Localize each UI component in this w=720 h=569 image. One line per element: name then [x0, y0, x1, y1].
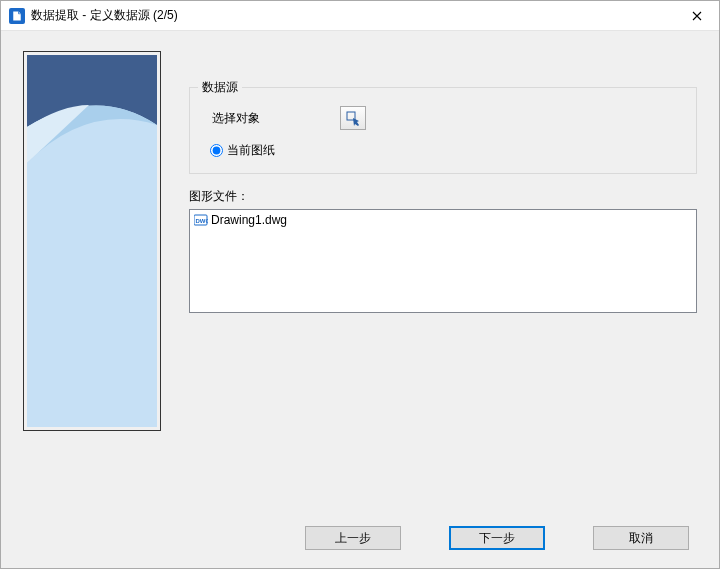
drawing-files-list[interactable]: DWG Drawing1.dwg — [189, 209, 697, 313]
window-title: 数据提取 - 定义数据源 (2/5) — [31, 7, 674, 24]
main-row: 数据源 选择对象 当前图纸 — [23, 51, 697, 500]
select-objects-button[interactable] — [340, 106, 366, 130]
current-drawing-radio[interactable]: 当前图纸 — [208, 142, 678, 159]
close-button[interactable] — [674, 1, 719, 31]
current-drawing-radio-input[interactable] — [210, 144, 223, 157]
data-source-legend: 数据源 — [198, 79, 242, 96]
data-source-group: 数据源 选择对象 当前图纸 — [189, 87, 697, 174]
cancel-button[interactable]: 取消 — [593, 526, 689, 550]
wizard-preview-panel — [23, 51, 161, 431]
next-button[interactable]: 下一步 — [449, 526, 545, 550]
current-drawing-radio-label: 当前图纸 — [227, 142, 275, 159]
select-objects-label: 选择对象 — [212, 110, 260, 127]
svg-text:DWG: DWG — [196, 218, 209, 224]
titlebar: 数据提取 - 定义数据源 (2/5) — [1, 1, 719, 31]
right-column: 数据源 选择对象 当前图纸 — [189, 51, 697, 500]
wizard-button-row: 上一步 下一步 取消 — [23, 500, 697, 550]
app-icon — [9, 8, 25, 24]
dwg-file-icon: DWG — [194, 214, 208, 226]
dialog-window: 数据提取 - 定义数据源 (2/5) 数据源 — [0, 0, 720, 569]
close-icon — [692, 11, 702, 21]
select-objects-row: 选择对象 — [208, 106, 678, 130]
list-item[interactable]: DWG Drawing1.dwg — [194, 212, 692, 228]
select-objects-icon — [345, 110, 361, 126]
file-name: Drawing1.dwg — [211, 213, 287, 227]
back-button[interactable]: 上一步 — [305, 526, 401, 550]
client-area: 数据源 选择对象 当前图纸 — [1, 31, 719, 568]
drawing-files-label: 图形文件： — [189, 188, 697, 205]
wizard-preview-image — [27, 55, 157, 427]
